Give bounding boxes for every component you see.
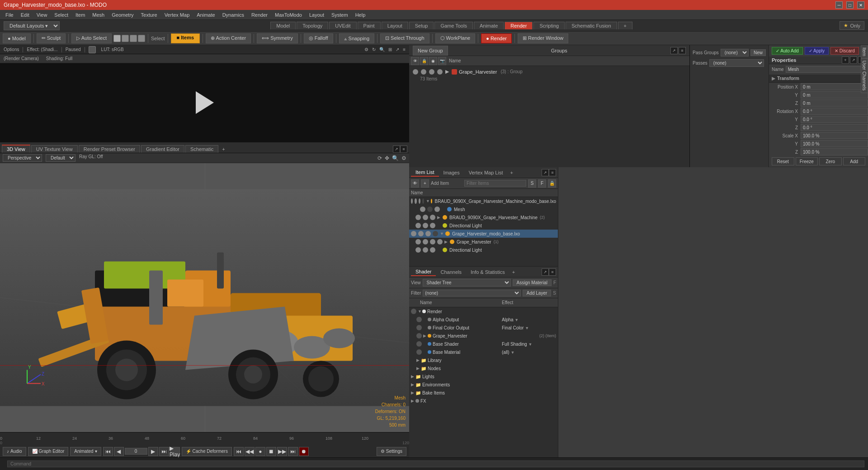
sh-eye-alpha[interactable] [416,317,422,322]
il-add-btn[interactable]: + [421,179,429,188]
sh-row-grape-group[interactable]: ▶ Grape_Harvester (2) (Item) [409,332,558,340]
sh-eye-grape[interactable] [416,333,422,338]
il-eye-mesh-2[interactable] [427,207,433,212]
group-eye3[interactable] [429,69,434,75]
tb-workplane-btn[interactable]: ⬡ WorkPlane [435,33,476,43]
il-eye-bg3[interactable] [430,215,435,220]
select-shape-1[interactable] [113,35,121,42]
vp-zoom-icon[interactable]: 🔍 [392,155,399,161]
vp-orbit-icon[interactable]: ⟳ [377,155,382,161]
auto-add-btn[interactable]: ✓ Auto Add [772,47,803,55]
menu-render[interactable]: Render [248,11,271,19]
layout-dropdown[interactable]: Default Layouts ▾ [4,21,60,30]
layout-tab-plus[interactable]: + [618,22,632,29]
sh-row-fx[interactable]: ▶ FX [409,397,558,405]
il-filter-input[interactable] [464,180,526,187]
scale-z-input[interactable] [801,148,868,155]
shader-menu-btn[interactable]: ≡ [549,268,556,276]
select-shape-4[interactable] [138,35,145,42]
stab-channels[interactable]: Channels [436,268,466,276]
iltab-plus[interactable]: + [507,169,515,176]
il-eye-gg4[interactable] [437,239,443,244]
layout-tab-animate[interactable]: Animate [474,22,504,29]
layout-tab-layout[interactable]: Layout [382,22,408,29]
assign-material-btn[interactable]: Assign Material [513,279,552,286]
vptab-gradient[interactable]: Gradient Editor [141,145,184,153]
layout-tab-schematic[interactable]: Schematic Fusion [566,22,617,29]
apply-btn[interactable]: ✓ Apply [805,47,829,55]
groups-menu-btn[interactable]: ≡ [679,47,686,54]
pb-btn3[interactable]: ● [255,447,265,456]
tb-symmetry-btn[interactable]: ⟺ Symmetry [257,33,298,43]
vptab-uv[interactable]: UV Texture View [31,145,78,153]
menu-view[interactable]: View [33,11,51,19]
gt-lock-btn[interactable]: 🔒 [420,57,428,65]
il-s-btn[interactable]: S [528,179,536,188]
layout-tab-render[interactable]: Render [505,22,533,29]
il-row-grape-lxo[interactable]: ▼ Grape_Harvester_modo_base.lxo [409,230,558,238]
sh-row-lights[interactable]: ▶ 📁 Lights [409,372,558,381]
sh-row-base-material[interactable]: Base Material (all) ▼ [409,348,558,356]
sh-row-final-color[interactable]: Final Color Output Final Color ▼ [409,324,558,332]
sh-expand-bake-items[interactable]: ▶ [411,390,415,395]
menu-file[interactable]: File [2,11,17,19]
group-eye[interactable] [413,69,418,75]
close-btn[interactable]: ✕ [857,1,864,9]
il-eye-4[interactable] [422,198,424,204]
sh-eye-final[interactable] [416,325,422,330]
position-y-input[interactable] [801,91,868,99]
sh-row-library[interactable]: ▶ 📁 Library [409,356,558,364]
opt-gear-icon[interactable]: ⚙ [364,47,368,52]
scale-y-input[interactable] [801,140,868,147]
vp-expand-btn[interactable]: ↗ [393,146,400,153]
group-item-grape-harvester[interactable]: ▶ Grape_Harvester (3) : Group [411,68,688,75]
il-eye-mesh-3[interactable] [434,207,440,212]
options-label[interactable]: Options [4,47,19,52]
opt-refresh-icon[interactable]: ↻ [372,47,376,52]
il-eye-col-btn[interactable]: 👁 [411,179,419,188]
menu-edit[interactable]: Edit [17,11,33,19]
gt-cam-btn[interactable]: 📷 [438,57,446,65]
gt-eye-btn[interactable]: 👁 [411,57,419,65]
sh-row-environments[interactable]: ▶ 📁 Environments [409,381,558,389]
pb-btn2[interactable]: ◀◀ [245,447,255,456]
iltab-item-list[interactable]: Item List [411,169,439,177]
shader-filter-dropdown[interactable]: (none) [423,290,521,296]
reset-btn[interactable]: Reset [772,157,794,165]
il-eye-dl1[interactable] [415,223,421,228]
il-eye-1[interactable] [411,198,413,204]
graph-editor-btn[interactable]: 📈 Graph Editor [28,447,69,456]
side-tab-item[interactable]: Item [861,45,868,58]
menu-select[interactable]: Select [51,11,72,19]
shader-view-dropdown[interactable]: Shader Tree [423,279,511,287]
il-eye-gl[interactable] [411,231,416,236]
il-expand-gg[interactable]: ▶ [444,240,449,244]
il-menu-btn[interactable]: ≡ [549,169,556,176]
iltab-images[interactable]: Images [439,169,464,176]
next-last-btn[interactable]: ⏭ [159,447,169,456]
layout-tab-uvedit[interactable]: UVEdit [329,22,356,29]
scale-x-input[interactable] [801,132,868,139]
menu-animate[interactable]: Animate [193,11,218,19]
new-group-btn[interactable]: New Group [413,46,448,56]
il-eye-dl13[interactable] [430,223,435,228]
prop-mesh-section[interactable]: ▶ Mesh [769,167,868,167]
stab-info[interactable]: Info & Statistics [466,268,509,276]
pass-groups-dropdown[interactable]: (none) [721,49,749,56]
cache-deformers-btn[interactable]: ⚡ Cache Deformers [182,447,232,456]
vptab-schematic[interactable]: Schematic [185,145,218,153]
stab-shader[interactable]: Shader [411,268,436,276]
shader-expand-btn[interactable]: ↗ [542,268,549,276]
il-f-btn[interactable]: F [538,179,546,188]
sh-eye-base-material[interactable] [416,349,422,355]
sh-expand-environments[interactable]: ▶ [411,382,415,387]
il-expand-gl[interactable]: ▼ [440,231,444,236]
il-eye-bg2[interactable] [423,215,428,220]
sh-expand-library[interactable]: ▶ [416,358,421,362]
iltab-vertex-map[interactable]: Vertex Map List [464,169,508,176]
vp-menu-btn[interactable]: ≡ [400,146,407,153]
sh-row-bake-items[interactable]: ▶ 📁 Bake Items [409,389,558,397]
layout-tab-game-tools[interactable]: Game Tools [434,22,473,29]
next-btn[interactable]: ▶ [148,447,158,456]
group-eye4[interactable] [437,69,443,75]
